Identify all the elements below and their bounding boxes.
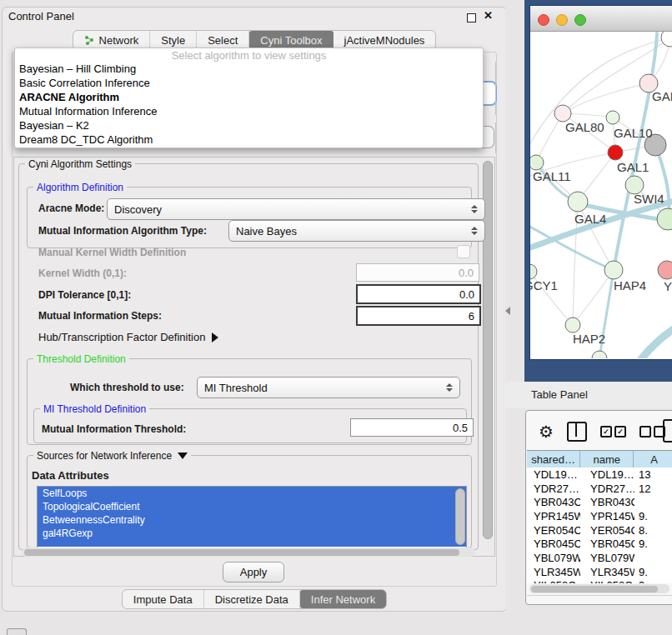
node-gal11[interactable]: [530, 155, 544, 170]
node-swi4[interactable]: [657, 208, 672, 230]
manual-kernel-width-checkbox[interactable]: [457, 245, 470, 258]
tab-jactivemnodules[interactable]: jActiveMNodules: [333, 31, 436, 49]
apply-button[interactable]: Apply: [223, 562, 284, 582]
collapsed-panel-button[interactable]: [7, 628, 27, 635]
node-label: GAL11: [533, 169, 571, 183]
network-edge[interactable]: [563, 83, 649, 113]
node-gal80[interactable]: [554, 105, 571, 122]
kernel-width-field[interactable]: 0.0: [356, 263, 479, 282]
network-canvas[interactable]: GALGAL80GAL10GAL1GAL11SWI4GAL4GCY1HAP4YH…: [530, 32, 672, 358]
node-gcy1[interactable]: [530, 264, 537, 279]
table-panel-bottom-edge: [527, 595, 672, 596]
table-cell: 9.: [634, 566, 672, 578]
tab-style[interactable]: Style: [150, 31, 197, 49]
float-window-icon[interactable]: [467, 13, 476, 22]
table-horizontal-scrollbar-thumb[interactable]: [531, 586, 658, 592]
data-attributes-list[interactable]: SelfLoopsTopologicalCoefficientBetweenne…: [37, 486, 467, 548]
data-attribute-item[interactable]: BetweennessCentrality: [38, 513, 466, 527]
node-hap4[interactable]: [604, 261, 623, 279]
data-attribute-item[interactable]: TopologicalCoefficient: [38, 500, 466, 513]
table-cell: YER054C: [527, 524, 580, 537]
mi-steps-field[interactable]: 6: [356, 306, 481, 326]
dpi-tolerance-field[interactable]: 0.0: [356, 284, 481, 304]
node-salmon[interactable]: [658, 261, 672, 279]
table-cell: YIL053C: [527, 579, 580, 583]
table-cell: YBR043C: [580, 496, 634, 508]
table-cell: 9.: [634, 510, 672, 522]
tab-select[interactable]: Select: [197, 31, 249, 49]
mi-threshold-field[interactable]: 0.5: [350, 418, 474, 437]
cyni-algorithm-settings-title: Cyni Algorithm Settings: [25, 158, 135, 170]
table-cell: 8.: [634, 524, 672, 537]
table-row[interactable]: YIL053CYIL053C9: [527, 579, 672, 584]
hidden-group-border: [494, 62, 496, 115]
table-row[interactable]: YDL19…YDL19…13: [527, 468, 672, 482]
node-red[interactable]: [608, 145, 623, 160]
data-attribute-item[interactable]: gal4RGexp: [38, 527, 466, 540]
algorithm-option[interactable]: Mutual Information Inference: [15, 104, 483, 118]
deselect-all-unchecked-icon[interactable]: [639, 426, 665, 438]
table-cell: YBR043C: [527, 496, 580, 508]
network-window-titlebar[interactable]: [530, 6, 672, 32]
minimize-traffic-light-icon[interactable]: [556, 14, 568, 26]
close-traffic-light-icon[interactable]: [538, 14, 549, 26]
bottom-tab-infer-network[interactable]: Infer Network: [300, 590, 386, 608]
data-attribute-item-partial[interactable]: [38, 540, 466, 547]
hub-definition-expander[interactable]: Hub/Transcription Factor Definition: [38, 331, 218, 343]
data-attributes-scrollbar[interactable]: [455, 488, 465, 545]
algorithm-option[interactable]: ARACNE Algorithm: [15, 90, 483, 104]
aracne-mode-label: Aracne Mode:: [38, 202, 104, 214]
screen: Control Panel ✕ NetworkStyleSelectCyni T…: [0, 0, 672, 635]
table-panel-titlebar: [505, 382, 672, 408]
collapse-right-icon: [212, 332, 218, 342]
close-icon[interactable]: ✕: [484, 9, 493, 22]
mi-algorithm-type-combo[interactable]: Naive Bayes: [228, 220, 485, 242]
table-row[interactable]: YBR043CYBR043C: [527, 495, 672, 509]
settings-horizontal-scrollbar-thumb[interactable]: [24, 549, 459, 556]
node-bottom-partial[interactable]: [592, 351, 607, 358]
settings-gear-icon[interactable]: ⚙: [539, 423, 554, 440]
sources-expander[interactable]: Sources for Network Inference: [33, 450, 191, 462]
table-cell: YDR27…: [527, 482, 580, 495]
table-row[interactable]: YDR27…YDR27…12: [527, 482, 672, 496]
table-cell: 12: [634, 482, 672, 495]
aracne-mode-combo[interactable]: Discovery: [107, 198, 485, 220]
node-gal4[interactable]: [568, 192, 588, 212]
data-attribute-item[interactable]: SelfLoops: [38, 487, 466, 500]
tab-label: Infer Network: [311, 593, 375, 606]
algorithm-option[interactable]: Dream8 DC_TDC Algorithm: [15, 132, 483, 147]
table-row[interactable]: YBR045CYBR045C9.: [527, 537, 672, 551]
table-row[interactable]: YLR345WYLR345W9.: [527, 565, 672, 579]
node-gal10[interactable]: [606, 111, 619, 124]
select-all-checked-icon[interactable]: ✓✓: [600, 426, 626, 438]
split-view-icon[interactable]: [567, 422, 587, 442]
table-row[interactable]: YPR145WYPR145W9.: [527, 509, 672, 523]
column-header-2[interactable]: name: [580, 451, 634, 468]
column-header-3[interactable]: A: [634, 451, 672, 468]
bottom-tabbar: Impute DataDiscretize DataInfer Network: [13, 589, 495, 608]
partial-column-icon[interactable]: [663, 419, 672, 442]
table-cell: YPR145W: [580, 510, 634, 522]
algorithm-option[interactable]: Bayesian – K2: [15, 118, 483, 132]
table-row[interactable]: YER054CYER054C8.: [527, 523, 672, 538]
table-row[interactable]: YBL079WYBL079W: [527, 551, 672, 565]
algorithm-option[interactable]: Basic Correlation Inference: [15, 76, 483, 90]
algorithm-option[interactable]: Bayesian – Hill Climbing: [15, 62, 483, 76]
column-header-1[interactable]: shared…: [527, 451, 580, 468]
network-edge[interactable]: [640, 323, 672, 358]
node-top-partial[interactable]: [661, 32, 672, 47]
tab-cyni-toolbox[interactable]: Cyni Toolbox: [249, 31, 333, 49]
table-cell: YIL053C: [580, 579, 634, 583]
zoom-traffic-light-icon[interactable]: [574, 14, 586, 26]
which-threshold-combo[interactable]: MI Threshold: [197, 377, 460, 398]
bottom-tab-discretize-data[interactable]: Discretize Data: [204, 590, 300, 608]
tab-label: jActiveMNodules: [344, 34, 425, 47]
network-edge[interactable]: [573, 270, 614, 325]
table-cell: YPR145W: [527, 510, 580, 522]
combo-stepper-icon: [471, 227, 478, 235]
panel-collapse-grip-icon[interactable]: [505, 307, 510, 315]
tab-network[interactable]: Network: [73, 31, 151, 49]
bottom-tab-impute-data[interactable]: Impute Data: [123, 590, 204, 608]
table-cell: 9: [634, 579, 672, 583]
node-hap2[interactable]: [565, 318, 580, 332]
